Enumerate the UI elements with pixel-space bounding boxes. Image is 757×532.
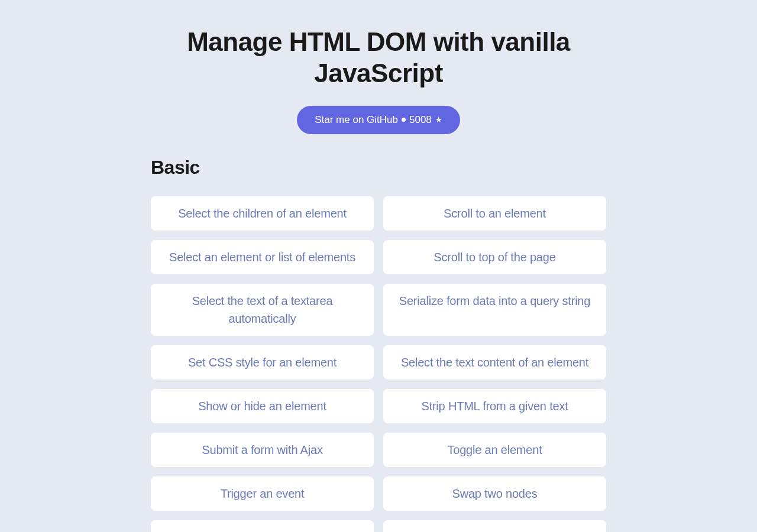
card-label: Upload files with Ajax xyxy=(440,528,549,532)
card-link[interactable]: Scroll to top of the page xyxy=(383,240,606,274)
card-link[interactable]: Trigger an event xyxy=(151,476,374,511)
page-title: Manage HTML DOM with vanilla JavaScript xyxy=(151,27,606,89)
card-label: Set CSS style for an element xyxy=(188,353,337,371)
card-label: Select an element or list of elements xyxy=(169,248,355,266)
card-label: Select the children of an element xyxy=(178,205,347,222)
card-grid: Select the children of an element Scroll… xyxy=(151,196,606,532)
github-star-button[interactable]: Star me on GitHub 5008★ xyxy=(297,106,460,134)
card-label: Scroll to an element xyxy=(444,205,546,222)
github-star-count: 5008 xyxy=(409,114,432,126)
card-label: Trigger an event xyxy=(221,485,305,502)
card-label: Show or hide an element xyxy=(198,397,326,415)
card-link[interactable]: Strip HTML from a given text xyxy=(383,389,606,423)
card-link[interactable]: Select the text of a textarea automatica… xyxy=(151,284,374,336)
card-link[interactable]: Toggle an element xyxy=(383,433,606,467)
card-link[interactable]: Serialize form data into a query string xyxy=(383,284,606,336)
card-link[interactable]: Swap two nodes xyxy=(383,476,606,511)
card-link[interactable]: Show or hide an element xyxy=(151,389,374,423)
card-link[interactable]: Scroll to an element xyxy=(383,196,606,231)
card-label: Toggle an element xyxy=(447,441,542,459)
card-label: Scroll to top of the page xyxy=(434,248,555,266)
section-heading-basic: Basic xyxy=(151,157,606,179)
github-star-label: Star me on GitHub xyxy=(315,114,398,126)
card-link[interactable]: Submit a form with Ajax xyxy=(151,433,374,467)
card-label: Strip HTML from a given text xyxy=(421,397,568,415)
star-icon: ★ xyxy=(435,116,442,124)
card-label: Submit a form with Ajax xyxy=(202,441,322,459)
card-link[interactable]: Unwrap an element xyxy=(151,520,374,532)
card-label: Serialize form data into a query string xyxy=(399,292,590,310)
card-label: Select the text content of an element xyxy=(401,353,588,371)
card-link[interactable]: Select the text content of an element xyxy=(383,345,606,379)
card-link[interactable]: Set CSS style for an element xyxy=(151,345,374,379)
card-link[interactable]: Select an element or list of elements xyxy=(151,240,374,274)
card-link[interactable]: Upload files with Ajax xyxy=(383,520,606,532)
card-label: Unwrap an element xyxy=(212,528,312,532)
card-label: Swap two nodes xyxy=(452,485,538,502)
dot-separator-icon xyxy=(402,118,406,122)
card-label: Select the text of a textarea automatica… xyxy=(163,292,362,327)
card-link[interactable]: Select the children of an element xyxy=(151,196,374,231)
